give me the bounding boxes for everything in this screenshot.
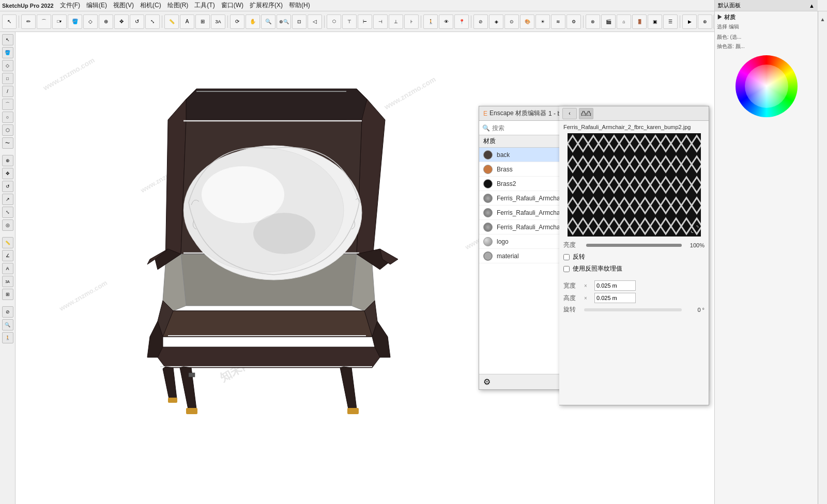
left-tool-tape2[interactable]: 📏: [2, 237, 13, 248]
tool-pan[interactable]: ✋: [246, 14, 260, 29]
tool-walk[interactable]: 🚶: [423, 14, 438, 29]
left-tool-freehand[interactable]: 〜: [2, 137, 13, 149]
settings-icon[interactable]: ⚙: [483, 377, 491, 387]
tool-scene[interactable]: 🎬: [601, 14, 616, 29]
tool-3d-text[interactable]: 3A: [211, 14, 225, 29]
rotation-label: 旋转: [563, 305, 582, 314]
tool-stair[interactable]: ☰: [663, 14, 678, 29]
tool-door[interactable]: 🚪: [632, 14, 647, 29]
left-tool-select[interactable]: ↖: [2, 34, 13, 45]
left-tool-paint[interactable]: 🪣: [2, 47, 13, 58]
left-tool-axes2[interactable]: ⊞: [2, 289, 13, 300]
left-tool-poly[interactable]: ⬡: [2, 124, 13, 136]
tool-enscape2[interactable]: ⊕: [698, 14, 712, 29]
tool-zoom-ext[interactable]: ⊡: [292, 14, 307, 29]
toolbar: ↖ ✏ ⌒ □▾ 🪣 ◇ ⊕ ✥ ↺ ⤡ 📏 A ⊞ 3A ⟳ ✋ 🔍 ⊕🔍 ⊡…: [0, 11, 827, 32]
use-reflectance-checkbox[interactable]: [563, 266, 570, 272]
tool-materials[interactable]: 🎨: [520, 14, 534, 29]
menu-file[interactable]: 文件(F): [60, 1, 80, 10]
tool-axes[interactable]: ⊞: [195, 14, 210, 29]
rotation-slider[interactable]: [584, 308, 682, 311]
left-tool-zoom2[interactable]: 🔍: [2, 319, 13, 330]
tool-back[interactable]: ⊥: [389, 14, 403, 29]
tool-zoom[interactable]: 🔍: [261, 14, 275, 29]
tool-text[interactable]: A: [180, 14, 194, 29]
material-section-label: ▶ 材质: [717, 13, 816, 21]
tool-erase[interactable]: ◇: [83, 14, 98, 29]
tool-pencil[interactable]: ✏: [21, 14, 36, 29]
tool-prev-view[interactable]: ◁: [308, 14, 322, 29]
tool-styles[interactable]: ◈: [489, 14, 503, 29]
left-tool-3dtext[interactable]: 3A: [2, 276, 13, 287]
left-tool-rect[interactable]: □: [2, 73, 13, 84]
left-tool-circle[interactable]: ○: [2, 112, 13, 123]
left-tool-walk2[interactable]: 🚶: [2, 332, 13, 343]
nav-back-button[interactable]: ‹: [562, 108, 577, 119]
left-tool-follow[interactable]: ↗: [2, 194, 13, 205]
width-input[interactable]: [594, 280, 636, 291]
tool-roof[interactable]: ⌂: [617, 14, 631, 29]
left-tool-scale2[interactable]: ⤡: [2, 207, 13, 218]
left-tool-offset[interactable]: ◎: [2, 219, 13, 231]
tool-right[interactable]: ⊣: [373, 14, 388, 29]
svg-point-6: [253, 213, 315, 254]
tool-components[interactable]: ⊙: [504, 14, 519, 29]
tool-select[interactable]: ↖: [2, 14, 17, 29]
color-wheel[interactable]: [736, 55, 798, 117]
left-tool-line[interactable]: /: [2, 86, 13, 97]
left-tool-text2[interactable]: A: [2, 263, 13, 274]
left-tool-move[interactable]: ✥: [2, 168, 13, 179]
material-swatch-ferris1: [483, 194, 493, 203]
menu-extensions[interactable]: 扩展程序(X): [250, 1, 283, 10]
tool-scale[interactable]: ⤡: [145, 14, 160, 29]
tool-window2[interactable]: ▣: [648, 14, 662, 29]
brightness-slider[interactable]: [586, 244, 682, 247]
tool-orbit[interactable]: ⟳: [230, 14, 244, 29]
corner-resize-icon[interactable]: ⛶: [691, 225, 699, 234]
tool-rotate[interactable]: ↺: [130, 14, 144, 29]
menu-tools[interactable]: 工具(T): [194, 1, 215, 10]
tool-layers[interactable]: ⊗: [586, 14, 600, 29]
tool-arc[interactable]: ⌒: [37, 14, 51, 29]
menu-edit[interactable]: 编辑(E): [86, 1, 107, 10]
width-label: 宽度: [563, 281, 582, 290]
height-label: 高度: [563, 294, 582, 303]
tool-fog[interactable]: ≋: [551, 14, 565, 29]
tool-rect[interactable]: □▾: [52, 14, 67, 29]
tool-move[interactable]: ✥: [114, 14, 129, 29]
nav-bump-button[interactable]: 凸凸: [579, 108, 593, 119]
tool-iso[interactable]: ⬡: [327, 14, 341, 29]
left-tool-rotate[interactable]: ↺: [2, 181, 13, 192]
menu-draw[interactable]: 绘图(R): [167, 1, 189, 10]
invert-checkbox[interactable]: [563, 254, 570, 260]
tool-enscape1[interactable]: ▶: [682, 14, 697, 29]
tool-zoom-win[interactable]: ⊕🔍: [277, 14, 291, 29]
menu-camera[interactable]: 相机(C): [140, 1, 161, 10]
material-swatch-logo: [483, 237, 493, 246]
left-tool-section2[interactable]: ⊘: [2, 306, 13, 318]
left-tool-angle[interactable]: ∠: [2, 250, 13, 261]
tool-look[interactable]: 👁: [439, 14, 453, 29]
panel-expand-icon[interactable]: ▲: [809, 3, 815, 9]
menu-help[interactable]: 帮助(H): [289, 1, 310, 10]
tool-section[interactable]: ⊘: [473, 14, 488, 29]
tool-push[interactable]: ⊕: [99, 14, 113, 29]
left-tool-push[interactable]: ⊕: [2, 155, 13, 166]
tool-paint[interactable]: 🪣: [68, 14, 82, 29]
invert-label: 反转: [573, 253, 585, 261]
texture-panel: ‹ 凸凸 Ferris_Rafauli_Armchair_2_fbrc_kare…: [559, 106, 709, 405]
tool-position[interactable]: 📍: [454, 14, 469, 29]
tool-top[interactable]: ⊤: [342, 14, 357, 29]
texture-controls: 亮度 100% 反转 使用反照率纹理值 宽度 × 高度 ×: [559, 237, 709, 320]
tool-tape[interactable]: 📏: [164, 14, 179, 29]
tool-front[interactable]: ⊢: [358, 14, 372, 29]
tool-shadows[interactable]: ☀: [535, 14, 550, 29]
tool-left[interactable]: ⊦: [404, 14, 419, 29]
color-label: 颜色: (选...: [717, 34, 816, 41]
height-input[interactable]: [594, 293, 636, 303]
menu-window[interactable]: 窗口(W): [221, 1, 243, 10]
left-tool-arc[interactable]: ⌒: [2, 99, 13, 110]
left-tool-erase[interactable]: ◇: [2, 60, 13, 71]
menu-view[interactable]: 视图(V): [113, 1, 134, 10]
tool-settings[interactable]: ⚙: [566, 14, 581, 29]
